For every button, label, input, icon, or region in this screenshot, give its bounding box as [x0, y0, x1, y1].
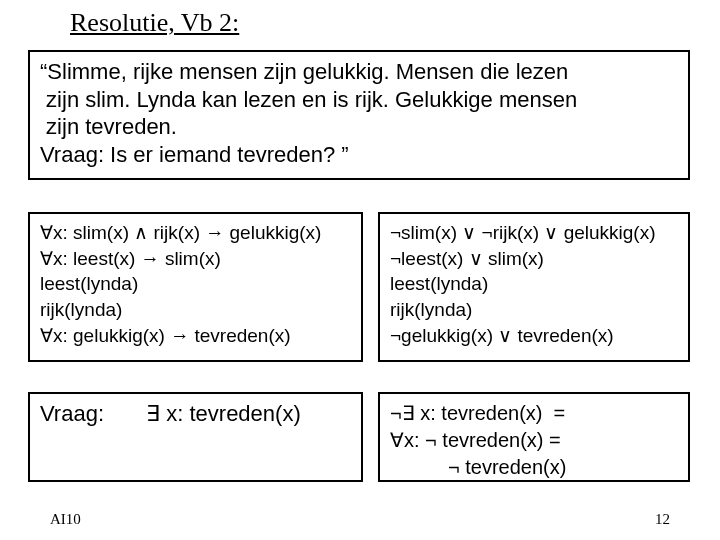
footer-course-code: AI10	[50, 511, 81, 528]
footer-page-number: 12	[655, 511, 670, 528]
neg-line-3: ¬ tevreden(x)	[390, 454, 678, 481]
question-label: Vraag:	[40, 400, 140, 429]
premises-original-box: ∀x: slim(x) ∧ rijk(x) → gelukkig(x) ∀x: …	[28, 212, 363, 362]
clause-3: leest(lynda)	[390, 271, 678, 297]
premise-1: ∀x: slim(x) ∧ rijk(x) → gelukkig(x)	[40, 220, 351, 246]
premises-cnf-box: ¬slim(x) ∨ ¬rijk(x) ∨ gelukkig(x) ¬leest…	[378, 212, 690, 362]
intro-line-4: Vraag: Is er iemand tevreden? ”	[40, 141, 678, 169]
intro-line-1: “Slimme, rijke mensen zijn gelukkig. Men…	[40, 58, 678, 86]
neg-line-2: ∀x: ¬ tevreden(x) =	[390, 427, 678, 454]
intro-line-2: zijn slim. Lynda kan lezen en is rijk. G…	[40, 86, 678, 114]
premise-4: rijk(lynda)	[40, 297, 351, 323]
premise-5: ∀x: gelukkig(x) → tevreden(x)	[40, 323, 351, 349]
intro-line-3: zijn tevreden.	[40, 113, 678, 141]
clause-1: ¬slim(x) ∨ ¬rijk(x) ∨ gelukkig(x)	[390, 220, 678, 246]
clause-5: ¬gelukkig(x) ∨ tevreden(x)	[390, 323, 678, 349]
premise-2: ∀x: leest(x) → slim(x)	[40, 246, 351, 272]
question-expr: ∃ x: tevreden(x)	[146, 401, 301, 426]
neg-line-1: ¬∃ x: tevreden(x) =	[390, 400, 678, 427]
clause-4: rijk(lynda)	[390, 297, 678, 323]
negated-goal-box: ¬∃ x: tevreden(x) = ∀x: ¬ tevreden(x) = …	[378, 392, 690, 482]
clause-2: ¬leest(x) ∨ slim(x)	[390, 246, 678, 272]
intro-box: “Slimme, rijke mensen zijn gelukkig. Men…	[28, 50, 690, 180]
premise-3: leest(lynda)	[40, 271, 351, 297]
question-box: Vraag: ∃ x: tevreden(x)	[28, 392, 363, 482]
page-title: Resolutie, Vb 2:	[70, 8, 239, 38]
